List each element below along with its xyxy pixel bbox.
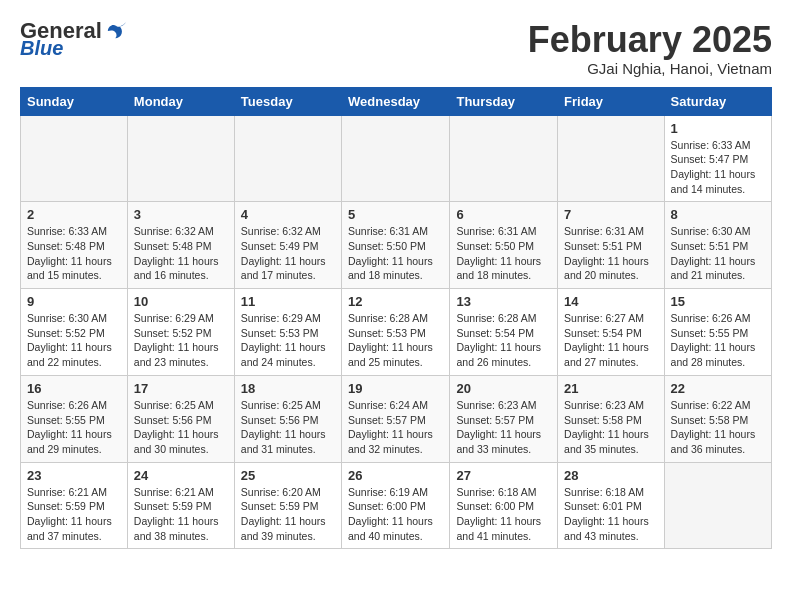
day-number: 9 xyxy=(27,294,121,309)
calendar-day-cell: 8Sunrise: 6:30 AM Sunset: 5:51 PM Daylig… xyxy=(664,202,771,289)
day-number: 7 xyxy=(564,207,657,222)
day-info: Sunrise: 6:18 AM Sunset: 6:00 PM Dayligh… xyxy=(456,485,551,544)
calendar-day-cell: 27Sunrise: 6:18 AM Sunset: 6:00 PM Dayli… xyxy=(450,462,558,549)
day-info: Sunrise: 6:32 AM Sunset: 5:49 PM Dayligh… xyxy=(241,224,335,283)
day-info: Sunrise: 6:25 AM Sunset: 5:56 PM Dayligh… xyxy=(241,398,335,457)
calendar-day-cell: 23Sunrise: 6:21 AM Sunset: 5:59 PM Dayli… xyxy=(21,462,128,549)
day-info: Sunrise: 6:33 AM Sunset: 5:47 PM Dayligh… xyxy=(671,138,765,197)
day-number: 15 xyxy=(671,294,765,309)
day-number: 2 xyxy=(27,207,121,222)
day-info: Sunrise: 6:30 AM Sunset: 5:52 PM Dayligh… xyxy=(27,311,121,370)
day-number: 14 xyxy=(564,294,657,309)
calendar-day-cell: 24Sunrise: 6:21 AM Sunset: 5:59 PM Dayli… xyxy=(127,462,234,549)
day-number: 10 xyxy=(134,294,228,309)
logo: General Blue xyxy=(20,20,128,58)
calendar-day-cell: 5Sunrise: 6:31 AM Sunset: 5:50 PM Daylig… xyxy=(342,202,450,289)
page-header: General Blue February 2025 GJai Nghia, H… xyxy=(20,20,772,77)
calendar-day-cell: 6Sunrise: 6:31 AM Sunset: 5:50 PM Daylig… xyxy=(450,202,558,289)
calendar-day-cell: 21Sunrise: 6:23 AM Sunset: 5:58 PM Dayli… xyxy=(558,375,664,462)
day-info: Sunrise: 6:23 AM Sunset: 5:58 PM Dayligh… xyxy=(564,398,657,457)
day-number: 27 xyxy=(456,468,551,483)
calendar-day-cell xyxy=(664,462,771,549)
day-number: 26 xyxy=(348,468,443,483)
day-info: Sunrise: 6:28 AM Sunset: 5:53 PM Dayligh… xyxy=(348,311,443,370)
day-info: Sunrise: 6:29 AM Sunset: 5:52 PM Dayligh… xyxy=(134,311,228,370)
day-info: Sunrise: 6:23 AM Sunset: 5:57 PM Dayligh… xyxy=(456,398,551,457)
day-info: Sunrise: 6:31 AM Sunset: 5:50 PM Dayligh… xyxy=(456,224,551,283)
day-number: 18 xyxy=(241,381,335,396)
day-info: Sunrise: 6:30 AM Sunset: 5:51 PM Dayligh… xyxy=(671,224,765,283)
day-number: 23 xyxy=(27,468,121,483)
day-info: Sunrise: 6:24 AM Sunset: 5:57 PM Dayligh… xyxy=(348,398,443,457)
day-number: 1 xyxy=(671,121,765,136)
day-number: 12 xyxy=(348,294,443,309)
calendar-day-cell xyxy=(21,115,128,202)
day-number: 17 xyxy=(134,381,228,396)
calendar-day-cell xyxy=(127,115,234,202)
day-number: 3 xyxy=(134,207,228,222)
calendar-day-cell: 19Sunrise: 6:24 AM Sunset: 5:57 PM Dayli… xyxy=(342,375,450,462)
calendar-day-cell: 20Sunrise: 6:23 AM Sunset: 5:57 PM Dayli… xyxy=(450,375,558,462)
calendar-day-cell: 13Sunrise: 6:28 AM Sunset: 5:54 PM Dayli… xyxy=(450,289,558,376)
day-number: 5 xyxy=(348,207,443,222)
day-info: Sunrise: 6:21 AM Sunset: 5:59 PM Dayligh… xyxy=(27,485,121,544)
day-info: Sunrise: 6:20 AM Sunset: 5:59 PM Dayligh… xyxy=(241,485,335,544)
title-block: February 2025 GJai Nghia, Hanoi, Vietnam xyxy=(528,20,772,77)
calendar-day-cell: 14Sunrise: 6:27 AM Sunset: 5:54 PM Dayli… xyxy=(558,289,664,376)
day-info: Sunrise: 6:22 AM Sunset: 5:58 PM Dayligh… xyxy=(671,398,765,457)
calendar-day-header: Thursday xyxy=(450,87,558,115)
day-info: Sunrise: 6:26 AM Sunset: 5:55 PM Dayligh… xyxy=(671,311,765,370)
calendar-week-row: 16Sunrise: 6:26 AM Sunset: 5:55 PM Dayli… xyxy=(21,375,772,462)
logo-bird-icon xyxy=(106,20,128,42)
day-number: 13 xyxy=(456,294,551,309)
calendar-day-cell xyxy=(234,115,341,202)
calendar-day-header: Saturday xyxy=(664,87,771,115)
calendar-week-row: 23Sunrise: 6:21 AM Sunset: 5:59 PM Dayli… xyxy=(21,462,772,549)
day-number: 28 xyxy=(564,468,657,483)
calendar-day-cell: 9Sunrise: 6:30 AM Sunset: 5:52 PM Daylig… xyxy=(21,289,128,376)
day-info: Sunrise: 6:21 AM Sunset: 5:59 PM Dayligh… xyxy=(134,485,228,544)
day-info: Sunrise: 6:25 AM Sunset: 5:56 PM Dayligh… xyxy=(134,398,228,457)
day-info: Sunrise: 6:32 AM Sunset: 5:48 PM Dayligh… xyxy=(134,224,228,283)
day-number: 22 xyxy=(671,381,765,396)
day-number: 6 xyxy=(456,207,551,222)
calendar-day-cell: 26Sunrise: 6:19 AM Sunset: 6:00 PM Dayli… xyxy=(342,462,450,549)
day-number: 24 xyxy=(134,468,228,483)
calendar-week-row: 9Sunrise: 6:30 AM Sunset: 5:52 PM Daylig… xyxy=(21,289,772,376)
calendar-day-cell: 28Sunrise: 6:18 AM Sunset: 6:01 PM Dayli… xyxy=(558,462,664,549)
day-info: Sunrise: 6:33 AM Sunset: 5:48 PM Dayligh… xyxy=(27,224,121,283)
day-number: 25 xyxy=(241,468,335,483)
calendar-day-cell: 1Sunrise: 6:33 AM Sunset: 5:47 PM Daylig… xyxy=(664,115,771,202)
day-number: 20 xyxy=(456,381,551,396)
logo-blue: Blue xyxy=(20,38,63,58)
calendar-day-cell: 3Sunrise: 6:32 AM Sunset: 5:48 PM Daylig… xyxy=(127,202,234,289)
calendar-day-cell xyxy=(342,115,450,202)
day-info: Sunrise: 6:29 AM Sunset: 5:53 PM Dayligh… xyxy=(241,311,335,370)
calendar-week-row: 1Sunrise: 6:33 AM Sunset: 5:47 PM Daylig… xyxy=(21,115,772,202)
calendar-day-cell: 15Sunrise: 6:26 AM Sunset: 5:55 PM Dayli… xyxy=(664,289,771,376)
calendar-day-header: Friday xyxy=(558,87,664,115)
calendar-day-header: Tuesday xyxy=(234,87,341,115)
day-number: 16 xyxy=(27,381,121,396)
calendar-day-header: Sunday xyxy=(21,87,128,115)
calendar-week-row: 2Sunrise: 6:33 AM Sunset: 5:48 PM Daylig… xyxy=(21,202,772,289)
calendar-day-cell: 7Sunrise: 6:31 AM Sunset: 5:51 PM Daylig… xyxy=(558,202,664,289)
calendar-day-cell: 18Sunrise: 6:25 AM Sunset: 5:56 PM Dayli… xyxy=(234,375,341,462)
calendar-day-cell: 17Sunrise: 6:25 AM Sunset: 5:56 PM Dayli… xyxy=(127,375,234,462)
day-number: 19 xyxy=(348,381,443,396)
day-info: Sunrise: 6:19 AM Sunset: 6:00 PM Dayligh… xyxy=(348,485,443,544)
day-number: 11 xyxy=(241,294,335,309)
calendar-day-cell: 2Sunrise: 6:33 AM Sunset: 5:48 PM Daylig… xyxy=(21,202,128,289)
month-title: February 2025 xyxy=(528,20,772,60)
day-info: Sunrise: 6:26 AM Sunset: 5:55 PM Dayligh… xyxy=(27,398,121,457)
day-info: Sunrise: 6:31 AM Sunset: 5:51 PM Dayligh… xyxy=(564,224,657,283)
calendar-table: SundayMondayTuesdayWednesdayThursdayFrid… xyxy=(20,87,772,550)
day-info: Sunrise: 6:31 AM Sunset: 5:50 PM Dayligh… xyxy=(348,224,443,283)
calendar-day-cell xyxy=(450,115,558,202)
calendar-day-cell: 10Sunrise: 6:29 AM Sunset: 5:52 PM Dayli… xyxy=(127,289,234,376)
day-info: Sunrise: 6:27 AM Sunset: 5:54 PM Dayligh… xyxy=(564,311,657,370)
day-number: 21 xyxy=(564,381,657,396)
calendar-day-header: Monday xyxy=(127,87,234,115)
day-number: 4 xyxy=(241,207,335,222)
calendar-day-cell: 25Sunrise: 6:20 AM Sunset: 5:59 PM Dayli… xyxy=(234,462,341,549)
